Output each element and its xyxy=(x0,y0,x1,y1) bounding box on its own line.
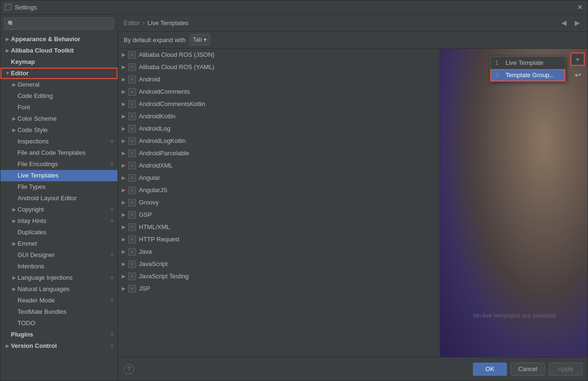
checkbox[interactable] xyxy=(128,63,136,71)
sidebar-item-intentions[interactable]: ▶ Intentions xyxy=(0,261,118,272)
add-button[interactable]: + xyxy=(570,53,585,66)
sidebar-item-live-templates[interactable]: ▶ Live Templates xyxy=(0,170,118,181)
sidebar-item-appearance[interactable]: ▶ Appearance & Behavior xyxy=(0,34,118,45)
arrow-icon: ▼ xyxy=(4,70,11,77)
list-item[interactable]: ▶ JSP xyxy=(118,283,440,295)
dropdown-item-template-group[interactable]: 2 Template Group... xyxy=(490,69,565,81)
checkbox[interactable] xyxy=(128,150,136,157)
checkbox[interactable] xyxy=(128,125,136,133)
back-button[interactable]: ◀ xyxy=(558,18,570,28)
arrow-icon: ▶ xyxy=(122,224,128,230)
sidebar-item-emmet[interactable]: ▶ Emmet xyxy=(0,238,118,249)
sidebar-item-editor[interactable]: ▼ Editor xyxy=(0,68,118,79)
list-item[interactable]: ▶ AndroidKotlin xyxy=(118,110,440,123)
list-item[interactable]: ▶ Alibaba Cloud ROS (JSON) xyxy=(118,49,440,61)
list-item[interactable]: ▶ Alibaba Cloud ROS (YAML) xyxy=(118,61,440,73)
sidebar-item-code-style[interactable]: ▶ Code Style xyxy=(0,124,118,136)
search-box[interactable] xyxy=(4,18,114,30)
checkbox[interactable] xyxy=(128,174,136,182)
list-item[interactable]: ▶ Angular xyxy=(118,172,440,184)
list-item[interactable]: ▶ Java xyxy=(118,246,440,258)
sidebar-item-file-code-templates[interactable]: ▶ File and Code Templates xyxy=(0,147,118,159)
list-item[interactable]: ▶ AndroidXML xyxy=(118,159,440,172)
list-item[interactable]: ▶ HTTP Request xyxy=(118,233,440,246)
group-name: JavaScript xyxy=(139,260,168,267)
sidebar-item-textmate-bundles[interactable]: ▶ TextMate Bundles xyxy=(0,306,118,318)
sidebar-item-duplicates[interactable]: ▶ Duplicates xyxy=(0,227,118,238)
checkbox[interactable] xyxy=(128,260,136,268)
cancel-button[interactable]: Cancel xyxy=(511,363,545,376)
checkbox[interactable] xyxy=(128,113,136,120)
sidebar-item-reader-mode[interactable]: ▶ Reader Mode ⚙ xyxy=(0,295,118,306)
list-item[interactable]: ▶ AndroidComments xyxy=(118,86,440,98)
sidebar-item-code-editing[interactable]: ▶ Code Editing xyxy=(0,90,118,102)
help-button[interactable]: ? xyxy=(124,364,134,374)
sidebar-item-label: Emmet xyxy=(18,240,118,247)
checkbox[interactable] xyxy=(128,137,136,145)
sidebar-item-label: File Types xyxy=(18,183,118,190)
settings-icon: ⚙ xyxy=(108,297,116,304)
sidebar-item-version-control[interactable]: ▶ Version Control ⚙ xyxy=(0,340,118,352)
list-item[interactable]: ▶ GSP xyxy=(118,209,440,221)
list-item[interactable]: ▶ AndroidCommentsKotlin xyxy=(118,98,440,110)
list-item[interactable]: ▶ Groovy xyxy=(118,196,440,209)
sidebar-item-natural-languages[interactable]: ▶ Natural Languages xyxy=(0,284,118,295)
sidebar-item-android-layout[interactable]: ▶ Android Layout Editor xyxy=(0,193,118,204)
list-item[interactable]: ▶ Android xyxy=(118,73,440,86)
checkbox[interactable] xyxy=(128,273,136,280)
arrow-icon: ▶ xyxy=(4,36,11,43)
arrow-icon: ▶ xyxy=(122,274,128,279)
expand-value: Tab xyxy=(193,36,202,43)
checkbox[interactable] xyxy=(128,248,136,256)
template-list: ▶ Alibaba Cloud ROS (JSON) ▶ Alibaba Clo… xyxy=(118,49,440,357)
sidebar-item-general[interactable]: ▶ General xyxy=(0,79,118,90)
forward-button[interactable]: ▶ xyxy=(571,18,583,28)
sidebar-item-file-types[interactable]: ▶ File Types xyxy=(0,181,118,193)
sidebar-item-copyright[interactable]: ▶ Copyright ⚙ xyxy=(0,204,118,215)
list-item[interactable]: ▶ HTML/XML xyxy=(118,221,440,233)
checkbox[interactable] xyxy=(128,88,136,96)
checkbox[interactable] xyxy=(128,211,136,219)
ok-button[interactable]: OK xyxy=(473,363,507,376)
sidebar-item-keymap[interactable]: ▶ Keymap xyxy=(0,56,118,68)
sidebar-item-language-injections[interactable]: ▶ Language Injections ⚙ xyxy=(0,272,118,284)
arrow-icon: ▶ xyxy=(122,138,128,143)
list-item[interactable]: ▶ AndroidLogKotlin xyxy=(118,135,440,147)
sidebar-item-todo[interactable]: ▶ TODO xyxy=(0,318,118,329)
group-name: AndroidParcelable xyxy=(139,150,189,157)
sidebar-item-gui-designer[interactable]: ▶ GUI Designer ⚙ xyxy=(0,249,118,261)
sidebar-item-plugins[interactable]: ▶ Plugins ⚙ xyxy=(0,329,118,340)
arrow-icon: ▶ xyxy=(11,218,18,224)
checkbox[interactable] xyxy=(128,162,136,169)
checkbox[interactable] xyxy=(128,100,136,108)
dropdown-item-live-template[interactable]: 1 Live Template xyxy=(490,57,565,69)
checkbox[interactable] xyxy=(128,223,136,231)
search-input[interactable] xyxy=(8,20,110,27)
arrow-icon: ▶ xyxy=(11,127,18,133)
checkbox[interactable] xyxy=(128,51,136,59)
apply-button[interactable]: Apply xyxy=(549,363,583,376)
settings-icon: ⚙ xyxy=(108,138,116,145)
checkbox[interactable] xyxy=(128,199,136,206)
sidebar-item-alibaba[interactable]: ▶ Alibaba Cloud Toolkit xyxy=(0,45,118,56)
arrow-icon: ▶ xyxy=(122,249,128,254)
list-item[interactable]: ▶ JavaScript Testing xyxy=(118,270,440,283)
close-button[interactable]: ✕ xyxy=(576,3,584,11)
sidebar-item-color-scheme[interactable]: ▶ Color Scheme xyxy=(0,113,118,124)
checkbox[interactable] xyxy=(128,285,136,292)
checkbox[interactable] xyxy=(128,236,136,243)
sidebar-item-font[interactable]: ▶ Font xyxy=(0,102,118,113)
checkbox[interactable] xyxy=(128,76,136,83)
checkbox[interactable] xyxy=(128,186,136,194)
expand-dropdown[interactable]: Tab ▾ xyxy=(190,34,210,45)
list-item[interactable]: ▶ AngularJS xyxy=(118,184,440,196)
list-item[interactable]: ▶ AndroidLog xyxy=(118,123,440,135)
list-item[interactable]: ▶ JavaScript xyxy=(118,258,440,270)
sidebar-item-inspections[interactable]: ▶ Inspections ⚙ xyxy=(0,136,118,147)
undo-button[interactable]: ↩ xyxy=(570,69,585,82)
arrow-icon: ▶ xyxy=(122,187,128,193)
sidebar-item-inlay-hints[interactable]: ▶ Inlay Hints ⚙ xyxy=(0,215,118,227)
sidebar-item-file-encodings[interactable]: ▶ File Encodings ⚙ xyxy=(0,159,118,170)
list-item[interactable]: ▶ AndroidParcelable xyxy=(118,147,440,159)
group-name: HTTP Request xyxy=(139,236,180,243)
